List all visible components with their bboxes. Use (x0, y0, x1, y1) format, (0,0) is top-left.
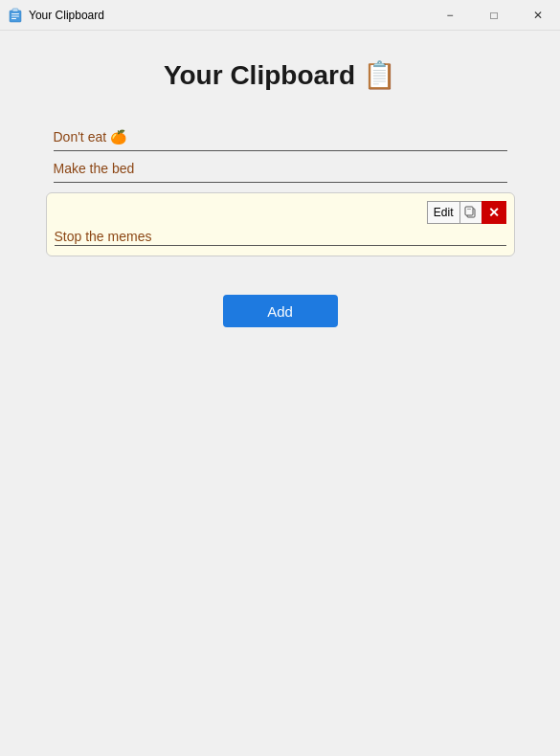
svg-rect-1 (12, 9, 18, 11)
page-title: Your Clipboard 📋 (164, 59, 396, 91)
maximize-button[interactable]: □ (472, 0, 516, 31)
delete-button[interactable]: ✕ (482, 201, 506, 224)
close-button[interactable]: ✕ (516, 0, 560, 31)
svg-rect-2 (11, 13, 19, 14)
main-content: Your Clipboard 📋 Don't eat 🍊 Make the be… (0, 31, 560, 756)
edit-button[interactable]: Edit (427, 201, 459, 224)
svg-rect-6 (465, 207, 473, 215)
copy-button[interactable] (459, 201, 482, 224)
app-icon (8, 8, 23, 23)
items-container: Don't eat 🍊 Make the bed Edit ✕ (46, 120, 515, 327)
title-bar-controls: − □ ✕ (428, 0, 560, 31)
item-divider (54, 182, 507, 183)
item-text: Make the bed (54, 161, 507, 182)
add-button[interactable]: Add (223, 295, 338, 327)
active-item-controls: Edit ✕ (55, 201, 506, 224)
list-item: Don't eat 🍊 (46, 120, 515, 151)
list-item: Make the bed (46, 151, 515, 183)
title-bar-left: Your Clipboard (8, 8, 104, 23)
active-item-text: Stop the memes (55, 229, 152, 250)
svg-rect-7 (467, 209, 471, 210)
copy-icon (464, 206, 478, 219)
item-text: Don't eat 🍊 (54, 129, 507, 150)
title-bar: Your Clipboard − □ ✕ (0, 0, 560, 31)
svg-rect-4 (11, 18, 16, 19)
title-bar-title: Your Clipboard (29, 9, 104, 22)
add-button-container: Add (46, 276, 515, 327)
clipboard-emoji: 📋 (363, 59, 396, 91)
minimize-button[interactable]: − (428, 0, 472, 31)
active-list-item: Edit ✕ Stop the memes (46, 192, 515, 256)
svg-rect-3 (11, 15, 19, 16)
